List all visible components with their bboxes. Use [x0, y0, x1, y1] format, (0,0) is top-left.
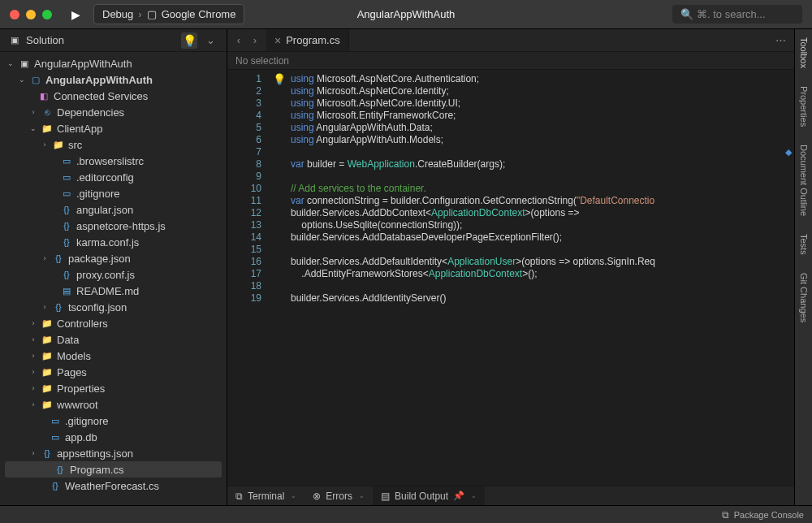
tree-file[interactable]: {}aspnetcore-https.js: [0, 218, 227, 234]
file-icon: {}: [60, 268, 73, 281]
tree-file[interactable]: {}karma.conf.js: [0, 234, 227, 250]
code-line[interactable]: builder.Services.AddDatabaseDeveloperPag…: [291, 231, 794, 244]
code-line[interactable]: using Microsoft.EntityFrameworkCore;: [291, 110, 794, 122]
tree-label: karma.conf.js: [76, 236, 139, 249]
panel-dropdown[interactable]: ⌄: [202, 34, 218, 46]
code-line[interactable]: using Microsoft.AspNetCore.Authenticatio…: [291, 73, 794, 85]
tree-label: appsettings.json: [57, 447, 133, 460]
lightbulb-icon[interactable]: 💡: [273, 73, 286, 85]
tree-file[interactable]: ▭.gitignore: [0, 413, 227, 429]
code-line[interactable]: builder.Services.AddDefaultIdentity<Appl…: [291, 256, 794, 268]
tree-file[interactable]: ▭.gitignore: [0, 185, 227, 201]
rail-properties[interactable]: Properties: [799, 83, 809, 130]
code-line[interactable]: // Add services to the container.: [291, 183, 794, 195]
tree-project[interactable]: ⌄▢ AngularAppWithAuth: [0, 71, 227, 88]
pin-icon[interactable]: 📌: [453, 491, 464, 501]
code-content[interactable]: 💡 using Microsoft.AspNetCore.Authenticat…: [268, 70, 794, 486]
breadcrumb-bar[interactable]: No selection: [227, 52, 794, 70]
tree-label: AngularAppWithAuth: [34, 58, 132, 70]
file-icon: ▭: [60, 187, 73, 200]
global-search[interactable]: 🔍⌘. to search...: [672, 5, 802, 24]
tree-file[interactable]: ▭.browserslistrc: [0, 153, 227, 169]
package-console-button[interactable]: Package Console: [734, 510, 804, 520]
tree-file[interactable]: ▭app.db: [0, 429, 227, 445]
tree-label: src: [68, 139, 82, 151]
tree-folder[interactable]: ›📁Data: [0, 331, 227, 348]
tab-build-output[interactable]: ▤ Build Output 📌 ⌄: [373, 486, 485, 505]
nav-forward-button[interactable]: ›: [247, 34, 263, 46]
project-icon: ▢: [29, 73, 42, 86]
line-number: 4: [227, 110, 261, 122]
tree-label: aspnetcore-https.js: [76, 220, 166, 232]
minimize-window-button[interactable]: [26, 10, 36, 19]
file-icon: {}: [49, 479, 62, 492]
code-line[interactable]: using AngularAppWithAuth.Models;: [291, 134, 794, 146]
tree-folder[interactable]: ›📁Controllers: [0, 315, 227, 331]
solution-node-icon: ▣: [18, 57, 31, 70]
dependencies-icon: ⎋: [41, 106, 54, 119]
code-line[interactable]: options.UseSqlite(connectionString));: [291, 219, 794, 231]
tree-src[interactable]: ›📁 src: [0, 136, 227, 153]
tree-file[interactable]: ›{}package.json: [0, 250, 227, 266]
bottom-panel-tabs: ⧉ Terminal ⌄ ⊗ Errors ⌄ ▤ Build Output 📌…: [227, 486, 794, 505]
tree-clientapp[interactable]: ⌄📁 ClientApp: [0, 120, 227, 136]
file-icon: {}: [60, 219, 73, 232]
code-line[interactable]: builder.Services.AddDbContext<Applicatio…: [291, 207, 794, 219]
lightbulb-toggle[interactable]: 💡: [181, 32, 197, 49]
tree-file[interactable]: ▤README.md: [0, 283, 227, 299]
close-window-button[interactable]: [10, 10, 19, 19]
line-number: 1: [227, 73, 261, 85]
tree-label: Controllers: [57, 318, 108, 330]
line-number: 15: [227, 244, 261, 256]
tree-solution-root[interactable]: ⌄▣ AngularAppWithAuth: [0, 55, 227, 71]
tab-terminal[interactable]: ⧉ Terminal ⌄: [227, 486, 304, 505]
rail-document-outline[interactable]: Document Outline: [799, 141, 809, 219]
file-icon: {}: [41, 447, 54, 460]
code-line[interactable]: .AddEntityFrameworkStores<ApplicationDbC…: [291, 268, 794, 280]
tree-folder[interactable]: ›📁Models: [0, 348, 227, 364]
tree-file[interactable]: {}Program.cs: [5, 461, 222, 478]
tree-connected-services[interactable]: ◧ Connected Services: [0, 88, 227, 104]
code-line[interactable]: [291, 280, 794, 292]
code-line[interactable]: [291, 146, 794, 158]
file-icon: ▭: [49, 414, 62, 427]
file-icon: ▭: [49, 430, 62, 443]
code-line[interactable]: var builder = WebApplication.CreateBuild…: [291, 158, 794, 171]
tree-file[interactable]: {}angular.json: [0, 201, 227, 218]
code-line[interactable]: [291, 171, 794, 183]
file-icon: ▤: [60, 284, 73, 297]
tree-label: README.md: [76, 285, 139, 297]
code-line[interactable]: builder.Services.AddIdentityServer(): [291, 292, 794, 305]
code-line[interactable]: [291, 244, 794, 256]
rail-git-changes[interactable]: Git Changes: [799, 270, 809, 326]
rail-toolbox[interactable]: Toolbox: [799, 34, 809, 71]
code-line[interactable]: using Microsoft.AspNetCore.Identity.UI;: [291, 97, 794, 110]
run-config-selector[interactable]: Debug › ▢ Google Chrome: [93, 4, 244, 24]
nav-back-button[interactable]: ‹: [231, 34, 247, 46]
rail-tests[interactable]: Tests: [799, 231, 809, 258]
tree-file[interactable]: ›{}tsconfig.json: [0, 299, 227, 315]
tab-errors[interactable]: ⊗ Errors ⌄: [304, 486, 373, 505]
tree-folder[interactable]: ›📁Properties: [0, 380, 227, 396]
tab-label: Terminal: [248, 491, 284, 502]
tree-folder[interactable]: ›📁wwwroot: [0, 396, 227, 413]
maximize-window-button[interactable]: [42, 10, 52, 19]
config-label: Debug: [102, 8, 133, 20]
tree-file[interactable]: {}proxy.conf.js: [0, 266, 227, 283]
tree-folder[interactable]: ›📁Pages: [0, 364, 227, 380]
build-icon: ▤: [381, 491, 390, 502]
file-icon: {}: [52, 300, 65, 313]
window-controls: [10, 10, 52, 19]
code-line[interactable]: using AngularAppWithAuth.Data;: [291, 122, 794, 134]
tree-file[interactable]: ▭.editorconfig: [0, 169, 227, 185]
tree-file[interactable]: {}WeatherForecast.cs: [0, 478, 227, 494]
tree-file[interactable]: ›{}appsettings.json: [0, 445, 227, 461]
code-line[interactable]: using Microsoft.AspNetCore.Identity;: [291, 85, 794, 97]
editor-tab-program[interactable]: × Program.cs: [266, 29, 349, 51]
code-editor[interactable]: ◆ 12345678910111213141516171819 💡 using …: [227, 70, 794, 486]
close-tab-icon[interactable]: ×: [274, 34, 281, 47]
editor-overflow-menu[interactable]: ⋯: [767, 34, 794, 46]
code-line[interactable]: var connectionString = builder.Configura…: [291, 195, 794, 207]
tree-dependencies[interactable]: ›⎋ Dependencies: [0, 104, 227, 120]
run-button[interactable]: ▶: [67, 6, 85, 23]
